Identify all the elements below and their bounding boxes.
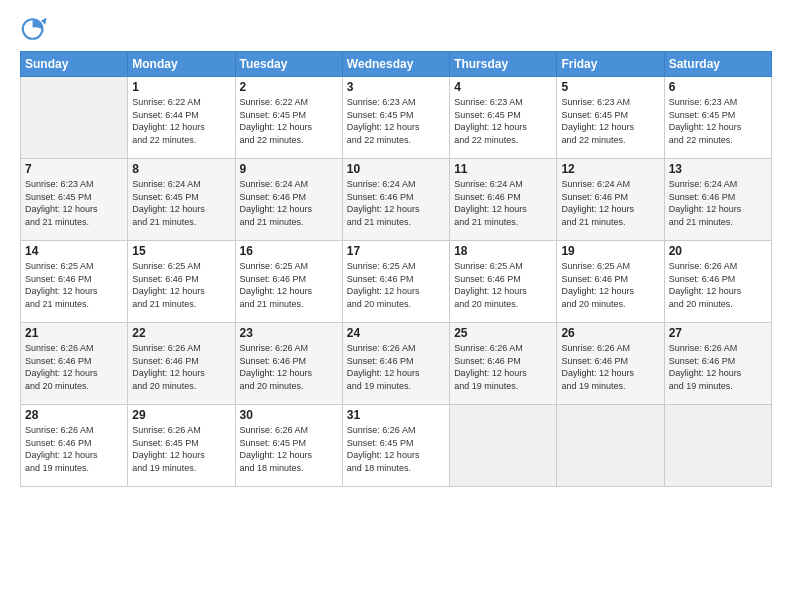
day-info: Sunrise: 6:24 AM Sunset: 6:45 PM Dayligh… xyxy=(132,178,230,228)
calendar-cell: 18Sunrise: 6:25 AM Sunset: 6:46 PM Dayli… xyxy=(450,241,557,323)
day-number: 10 xyxy=(347,162,445,176)
weekday-header-tuesday: Tuesday xyxy=(235,52,342,77)
day-info: Sunrise: 6:23 AM Sunset: 6:45 PM Dayligh… xyxy=(454,96,552,146)
day-number: 27 xyxy=(669,326,767,340)
header xyxy=(20,15,772,43)
day-number: 2 xyxy=(240,80,338,94)
calendar-cell xyxy=(557,405,664,487)
day-info: Sunrise: 6:26 AM Sunset: 6:46 PM Dayligh… xyxy=(25,424,123,474)
day-number: 23 xyxy=(240,326,338,340)
calendar-cell: 9Sunrise: 6:24 AM Sunset: 6:46 PM Daylig… xyxy=(235,159,342,241)
day-number: 7 xyxy=(25,162,123,176)
day-info: Sunrise: 6:25 AM Sunset: 6:46 PM Dayligh… xyxy=(347,260,445,310)
calendar-cell: 12Sunrise: 6:24 AM Sunset: 6:46 PM Dayli… xyxy=(557,159,664,241)
day-number: 13 xyxy=(669,162,767,176)
day-number: 29 xyxy=(132,408,230,422)
day-number: 4 xyxy=(454,80,552,94)
calendar-cell: 6Sunrise: 6:23 AM Sunset: 6:45 PM Daylig… xyxy=(664,77,771,159)
weekday-header-monday: Monday xyxy=(128,52,235,77)
day-number: 14 xyxy=(25,244,123,258)
calendar-cell: 14Sunrise: 6:25 AM Sunset: 6:46 PM Dayli… xyxy=(21,241,128,323)
weekday-header-saturday: Saturday xyxy=(664,52,771,77)
day-info: Sunrise: 6:26 AM Sunset: 6:46 PM Dayligh… xyxy=(454,342,552,392)
day-number: 31 xyxy=(347,408,445,422)
day-number: 1 xyxy=(132,80,230,94)
day-info: Sunrise: 6:25 AM Sunset: 6:46 PM Dayligh… xyxy=(240,260,338,310)
calendar-cell: 15Sunrise: 6:25 AM Sunset: 6:46 PM Dayli… xyxy=(128,241,235,323)
day-number: 20 xyxy=(669,244,767,258)
day-info: Sunrise: 6:24 AM Sunset: 6:46 PM Dayligh… xyxy=(347,178,445,228)
calendar-cell: 26Sunrise: 6:26 AM Sunset: 6:46 PM Dayli… xyxy=(557,323,664,405)
day-info: Sunrise: 6:26 AM Sunset: 6:45 PM Dayligh… xyxy=(132,424,230,474)
calendar-cell: 17Sunrise: 6:25 AM Sunset: 6:46 PM Dayli… xyxy=(342,241,449,323)
calendar-cell: 8Sunrise: 6:24 AM Sunset: 6:45 PM Daylig… xyxy=(128,159,235,241)
day-info: Sunrise: 6:26 AM Sunset: 6:45 PM Dayligh… xyxy=(240,424,338,474)
day-number: 26 xyxy=(561,326,659,340)
calendar-cell: 10Sunrise: 6:24 AM Sunset: 6:46 PM Dayli… xyxy=(342,159,449,241)
day-number: 11 xyxy=(454,162,552,176)
calendar-cell: 3Sunrise: 6:23 AM Sunset: 6:45 PM Daylig… xyxy=(342,77,449,159)
calendar-cell: 1Sunrise: 6:22 AM Sunset: 6:44 PM Daylig… xyxy=(128,77,235,159)
weekday-header-wednesday: Wednesday xyxy=(342,52,449,77)
calendar-cell: 20Sunrise: 6:26 AM Sunset: 6:46 PM Dayli… xyxy=(664,241,771,323)
day-info: Sunrise: 6:23 AM Sunset: 6:45 PM Dayligh… xyxy=(561,96,659,146)
calendar-cell: 4Sunrise: 6:23 AM Sunset: 6:45 PM Daylig… xyxy=(450,77,557,159)
logo xyxy=(20,15,52,43)
calendar-cell: 7Sunrise: 6:23 AM Sunset: 6:45 PM Daylig… xyxy=(21,159,128,241)
week-row-1: 1Sunrise: 6:22 AM Sunset: 6:44 PM Daylig… xyxy=(21,77,772,159)
day-info: Sunrise: 6:26 AM Sunset: 6:46 PM Dayligh… xyxy=(132,342,230,392)
week-row-2: 7Sunrise: 6:23 AM Sunset: 6:45 PM Daylig… xyxy=(21,159,772,241)
calendar-cell: 31Sunrise: 6:26 AM Sunset: 6:45 PM Dayli… xyxy=(342,405,449,487)
day-number: 16 xyxy=(240,244,338,258)
day-number: 22 xyxy=(132,326,230,340)
weekday-header-friday: Friday xyxy=(557,52,664,77)
calendar-cell: 22Sunrise: 6:26 AM Sunset: 6:46 PM Dayli… xyxy=(128,323,235,405)
day-info: Sunrise: 6:24 AM Sunset: 6:46 PM Dayligh… xyxy=(454,178,552,228)
day-number: 28 xyxy=(25,408,123,422)
page: SundayMondayTuesdayWednesdayThursdayFrid… xyxy=(0,0,792,612)
day-info: Sunrise: 6:26 AM Sunset: 6:46 PM Dayligh… xyxy=(240,342,338,392)
day-info: Sunrise: 6:26 AM Sunset: 6:46 PM Dayligh… xyxy=(669,260,767,310)
day-info: Sunrise: 6:25 AM Sunset: 6:46 PM Dayligh… xyxy=(454,260,552,310)
day-info: Sunrise: 6:26 AM Sunset: 6:46 PM Dayligh… xyxy=(561,342,659,392)
day-number: 30 xyxy=(240,408,338,422)
calendar-cell: 13Sunrise: 6:24 AM Sunset: 6:46 PM Dayli… xyxy=(664,159,771,241)
calendar-cell: 16Sunrise: 6:25 AM Sunset: 6:46 PM Dayli… xyxy=(235,241,342,323)
calendar-cell: 27Sunrise: 6:26 AM Sunset: 6:46 PM Dayli… xyxy=(664,323,771,405)
day-info: Sunrise: 6:23 AM Sunset: 6:45 PM Dayligh… xyxy=(669,96,767,146)
calendar-cell: 29Sunrise: 6:26 AM Sunset: 6:45 PM Dayli… xyxy=(128,405,235,487)
calendar-cell: 2Sunrise: 6:22 AM Sunset: 6:45 PM Daylig… xyxy=(235,77,342,159)
week-row-4: 21Sunrise: 6:26 AM Sunset: 6:46 PM Dayli… xyxy=(21,323,772,405)
day-info: Sunrise: 6:25 AM Sunset: 6:46 PM Dayligh… xyxy=(25,260,123,310)
day-number: 9 xyxy=(240,162,338,176)
day-number: 15 xyxy=(132,244,230,258)
day-info: Sunrise: 6:26 AM Sunset: 6:46 PM Dayligh… xyxy=(669,342,767,392)
day-info: Sunrise: 6:26 AM Sunset: 6:46 PM Dayligh… xyxy=(347,342,445,392)
calendar-cell xyxy=(664,405,771,487)
day-number: 19 xyxy=(561,244,659,258)
day-number: 12 xyxy=(561,162,659,176)
day-number: 17 xyxy=(347,244,445,258)
day-info: Sunrise: 6:22 AM Sunset: 6:45 PM Dayligh… xyxy=(240,96,338,146)
day-info: Sunrise: 6:24 AM Sunset: 6:46 PM Dayligh… xyxy=(669,178,767,228)
day-number: 18 xyxy=(454,244,552,258)
svg-point-0 xyxy=(23,19,43,39)
day-info: Sunrise: 6:25 AM Sunset: 6:46 PM Dayligh… xyxy=(561,260,659,310)
week-row-5: 28Sunrise: 6:26 AM Sunset: 6:46 PM Dayli… xyxy=(21,405,772,487)
day-info: Sunrise: 6:26 AM Sunset: 6:46 PM Dayligh… xyxy=(25,342,123,392)
calendar-cell: 24Sunrise: 6:26 AM Sunset: 6:46 PM Dayli… xyxy=(342,323,449,405)
day-number: 3 xyxy=(347,80,445,94)
day-number: 21 xyxy=(25,326,123,340)
calendar-cell: 5Sunrise: 6:23 AM Sunset: 6:45 PM Daylig… xyxy=(557,77,664,159)
day-info: Sunrise: 6:24 AM Sunset: 6:46 PM Dayligh… xyxy=(240,178,338,228)
day-info: Sunrise: 6:23 AM Sunset: 6:45 PM Dayligh… xyxy=(347,96,445,146)
calendar-table: SundayMondayTuesdayWednesdayThursdayFrid… xyxy=(20,51,772,487)
calendar-cell: 11Sunrise: 6:24 AM Sunset: 6:46 PM Dayli… xyxy=(450,159,557,241)
day-info: Sunrise: 6:24 AM Sunset: 6:46 PM Dayligh… xyxy=(561,178,659,228)
calendar-cell: 25Sunrise: 6:26 AM Sunset: 6:46 PM Dayli… xyxy=(450,323,557,405)
calendar-cell: 30Sunrise: 6:26 AM Sunset: 6:45 PM Dayli… xyxy=(235,405,342,487)
day-info: Sunrise: 6:22 AM Sunset: 6:44 PM Dayligh… xyxy=(132,96,230,146)
calendar-cell: 28Sunrise: 6:26 AM Sunset: 6:46 PM Dayli… xyxy=(21,405,128,487)
day-number: 25 xyxy=(454,326,552,340)
calendar-cell xyxy=(21,77,128,159)
